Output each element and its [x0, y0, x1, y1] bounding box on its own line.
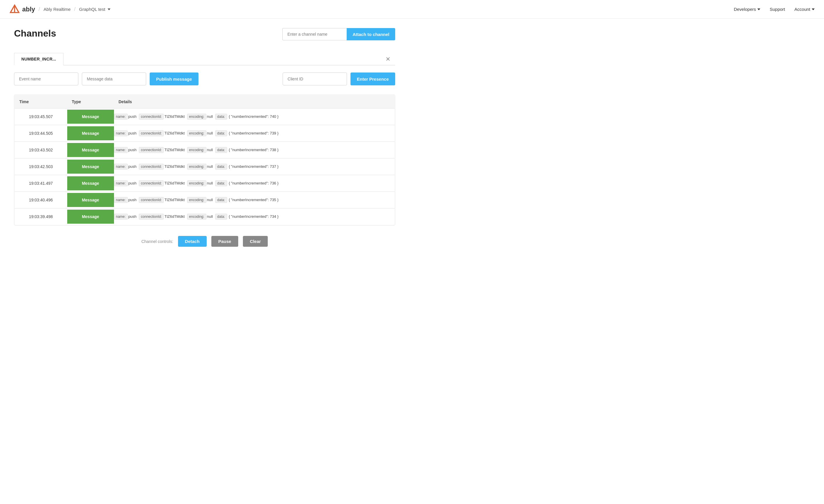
logo-link[interactable]: ably — [9, 4, 35, 15]
message-data-input[interactable] — [82, 73, 146, 85]
detail-name-value: push — [128, 147, 136, 152]
table-row: 19:03:41.497Messagename:pushconnectionId… — [15, 175, 395, 192]
detail-data-label: data: — [215, 130, 227, 136]
col-details: Details — [114, 95, 395, 108]
cell-time: 19:03:43.502 — [15, 142, 67, 159]
cell-type: Message — [67, 208, 114, 225]
channel-name-input[interactable] — [282, 28, 347, 40]
nav-support-link[interactable]: Support — [769, 7, 785, 12]
publish-message-button[interactable]: Publish message — [150, 73, 198, 85]
detail-data-value: { "numberIncremented": 736 } — [228, 181, 279, 185]
col-time: Time — [15, 95, 67, 108]
table-row: 19:03:40.496Messagename:pushconnectionId… — [15, 192, 395, 208]
messages-table: Time Type Details 19:03:45.507Messagenam… — [14, 95, 395, 225]
nav-account-link[interactable]: Account — [795, 7, 815, 12]
detail-enc-value: null — [207, 131, 213, 135]
nav-developers-link[interactable]: Developers — [734, 7, 760, 12]
cell-details: name:pushconnectionId:TlZ6dTMdktencoding… — [114, 125, 395, 142]
cell-type: Message — [67, 192, 114, 208]
messages-table-wrapper: Time Type Details 19:03:45.507Messagenam… — [14, 95, 395, 225]
detail-data-label: data: — [215, 180, 227, 186]
detail-enc-label: encoding: — [187, 214, 206, 219]
detail-conn-value: TlZ6dTMdkt — [164, 181, 185, 185]
event-name-input[interactable] — [14, 73, 78, 85]
detail-name-label: name: — [114, 147, 128, 153]
cell-details: name:pushconnectionId:TlZ6dTMdktencoding… — [114, 208, 395, 225]
table-row: 19:03:45.507Messagename:pushconnectionId… — [15, 108, 395, 125]
pause-button[interactable]: Pause — [211, 236, 238, 247]
cell-time: 19:03:44.505 — [15, 125, 67, 142]
table-row: 19:03:43.502Messagename:pushconnectionId… — [15, 142, 395, 159]
detail-enc-value: null — [207, 114, 213, 119]
tab-close-button[interactable]: ✕ — [386, 56, 391, 62]
detail-name-label: name: — [114, 130, 128, 136]
attach-to-channel-button[interactable]: Attach to channel — [347, 28, 395, 40]
table-row: 19:03:42.503Messagename:pushconnectionId… — [15, 159, 395, 175]
cell-type: Message — [67, 142, 114, 159]
detail-data-value: { "numberIncremented": 735 } — [228, 198, 279, 202]
navbar: ably / Ably Realtime / GraphQL test Deve… — [0, 0, 824, 19]
presence-spacer: Enter Presence — [283, 73, 395, 85]
detail-data-label: data: — [215, 164, 227, 170]
detail-name-label: name: — [114, 214, 128, 219]
detail-enc-label: encoding: — [187, 197, 206, 203]
detail-data-value: { "numberIncremented": 737 } — [228, 164, 279, 169]
detail-name-value: push — [128, 131, 136, 135]
detail-name-label: name: — [114, 164, 128, 170]
detail-enc-value: null — [207, 181, 213, 185]
controls-label: Channel controls: — [141, 239, 173, 244]
clear-button[interactable]: Clear — [243, 236, 268, 247]
cell-type: Message — [67, 108, 114, 125]
detail-data-value: { "numberIncremented": 734 } — [228, 214, 279, 219]
detail-enc-value: null — [207, 147, 213, 152]
detail-name-value: push — [128, 214, 136, 219]
detail-conn-value: TlZ6dTMdkt — [164, 214, 185, 219]
detail-data-value: { "numberIncremented": 738 } — [228, 147, 279, 152]
message-type-badge: Message — [67, 126, 114, 140]
tabs-bar: NUMBER_INCR... ✕ — [14, 53, 395, 66]
developers-chevron-icon — [757, 8, 760, 10]
detail-data-value: { "numberIncremented": 740 } — [228, 114, 279, 119]
message-type-badge: Message — [67, 160, 114, 174]
publish-row: Publish message Enter Presence — [14, 73, 395, 85]
message-type-badge: Message — [67, 210, 114, 224]
table-row: 19:03:44.505Messagename:pushconnectionId… — [15, 125, 395, 142]
tab-channel[interactable]: NUMBER_INCR... — [14, 53, 64, 66]
detail-data-label: data: — [215, 147, 227, 153]
detail-data-label: data: — [215, 214, 227, 219]
detail-enc-value: null — [207, 198, 213, 202]
cell-details: name:pushconnectionId:TlZ6dTMdktencoding… — [114, 108, 395, 125]
detail-conn-value: TlZ6dTMdkt — [164, 198, 185, 202]
detail-conn-label: connectionId: — [139, 130, 164, 136]
cell-details: name:pushconnectionId:TlZ6dTMdktencoding… — [114, 175, 395, 192]
cell-time: 19:03:41.497 — [15, 175, 67, 192]
detail-name-value: push — [128, 114, 136, 119]
detail-enc-value: null — [207, 214, 213, 219]
detail-conn-value: TlZ6dTMdkt — [164, 131, 185, 135]
detach-button[interactable]: Detach — [178, 236, 207, 247]
message-type-badge: Message — [67, 110, 114, 124]
ably-logo-icon — [9, 4, 20, 15]
detail-enc-label: encoding: — [187, 147, 206, 153]
detail-name-value: push — [128, 198, 136, 202]
page-title: Channels — [14, 28, 56, 39]
logo-text: ably — [22, 6, 35, 13]
detail-enc-label: encoding: — [187, 130, 206, 136]
cell-details: name:pushconnectionId:TlZ6dTMdktencoding… — [114, 142, 395, 159]
breadcrumb-realtime[interactable]: Ably Realtime — [43, 7, 71, 12]
detail-name-label: name: — [114, 114, 128, 120]
nav-right: Developers Support Account — [734, 7, 815, 12]
detail-name-value: push — [128, 164, 136, 169]
cell-type: Message — [67, 175, 114, 192]
nav-sep-1: / — [38, 6, 40, 12]
detail-enc-value: null — [207, 164, 213, 169]
client-id-input[interactable] — [283, 73, 347, 85]
detail-conn-label: connectionId: — [139, 114, 164, 120]
detail-name-label: name: — [114, 180, 128, 186]
detail-enc-label: encoding: — [187, 180, 206, 186]
cell-time: 19:03:45.507 — [15, 108, 67, 125]
cell-time: 19:03:42.503 — [15, 159, 67, 175]
detail-conn-value: TlZ6dTMdkt — [164, 147, 185, 152]
breadcrumb-app[interactable]: GraphQL test — [79, 7, 111, 12]
enter-presence-button[interactable]: Enter Presence — [350, 73, 395, 85]
